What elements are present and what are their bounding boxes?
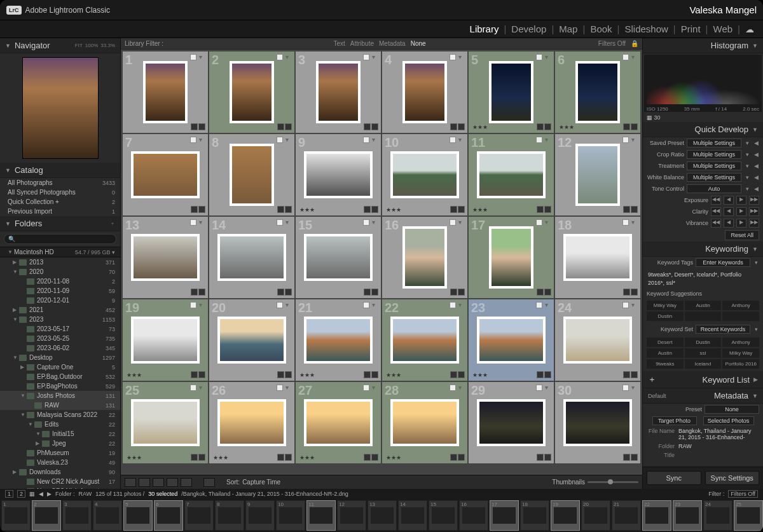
filmstrip-cell[interactable]: 1 xyxy=(1,500,31,531)
badge-icon[interactable] xyxy=(631,206,638,213)
add-icon[interactable]: ＋ xyxy=(110,220,115,227)
folder-item[interactable]: ▶Capture One5 xyxy=(0,362,120,372)
rating-stars[interactable]: ★★★ xyxy=(386,454,401,461)
folder-item[interactable]: ▼Edits22 xyxy=(0,419,120,429)
disclosure-icon[interactable]: ◀ xyxy=(753,163,759,169)
flag-icon[interactable] xyxy=(190,219,196,226)
qd-value[interactable]: Auto xyxy=(687,184,741,193)
disclosure-icon[interactable]: ◀ xyxy=(753,151,759,158)
metadata-value[interactable] xyxy=(678,452,759,458)
module-library[interactable]: Library xyxy=(467,24,502,34)
grid-cell[interactable]: 12▾ xyxy=(555,134,640,215)
flag-icon[interactable] xyxy=(450,302,456,308)
grid-cell[interactable]: 8▾ xyxy=(209,134,294,215)
sync-button[interactable]: Sync xyxy=(647,471,701,485)
rating-stars[interactable]: ★★★ xyxy=(127,454,142,461)
badge-icon[interactable] xyxy=(450,454,457,461)
grid-cell[interactable]: 11▾★★★ xyxy=(469,134,554,215)
badge-icon[interactable] xyxy=(450,123,457,130)
metadata-mode[interactable]: Default xyxy=(648,393,666,399)
filmstrip-cell[interactable]: 22 xyxy=(642,500,671,531)
folder-item[interactable]: ▶Downloads90 xyxy=(0,467,120,477)
grid-cell[interactable]: 3▾ xyxy=(296,51,381,133)
flag-icon[interactable] xyxy=(536,54,542,60)
folder-item[interactable]: Valeska.2349 xyxy=(0,458,120,467)
grid-cell[interactable]: 6▾★★★ xyxy=(555,51,640,133)
badge-icon[interactable] xyxy=(364,206,371,213)
grid-cell[interactable]: 24▾ xyxy=(555,299,640,381)
cell-menu-icon[interactable]: ▾ xyxy=(285,219,292,226)
cell-menu-icon[interactable]: ▾ xyxy=(199,54,205,60)
badge-icon[interactable] xyxy=(544,454,551,461)
cell-menu-icon[interactable]: ▾ xyxy=(631,219,638,226)
dropdown-icon[interactable]: ▾ xyxy=(744,163,750,169)
stepper-plus[interactable]: ▶ xyxy=(736,219,746,228)
filmstrip-cell[interactable]: 4 xyxy=(93,500,122,531)
badge-icon[interactable] xyxy=(544,289,551,296)
keyword-set-item[interactable]: Dustin xyxy=(685,338,722,347)
flag-icon[interactable] xyxy=(536,219,542,226)
folder-item[interactable]: ▼Initial1522 xyxy=(0,429,120,439)
metadata-header[interactable]: Default Metadata ▼ xyxy=(643,388,763,404)
folder-item[interactable]: ▶2013371 xyxy=(0,257,120,267)
grid-cell[interactable]: 9▾★★★ xyxy=(296,134,381,215)
filter-tab-attribute[interactable]: Attribute xyxy=(350,40,374,47)
cell-menu-icon[interactable]: ▾ xyxy=(631,137,638,143)
nav-fit[interactable]: FIT xyxy=(75,43,83,48)
cell-menu-icon[interactable]: ▾ xyxy=(545,54,551,60)
filmstrip-cell[interactable]: 16 xyxy=(459,500,488,531)
folder-item[interactable]: 2023-06-02345 xyxy=(0,343,120,353)
stepper-plus-2[interactable]: ▶▶ xyxy=(749,219,759,228)
flag-icon[interactable] xyxy=(277,137,283,143)
badge-icon[interactable] xyxy=(364,371,371,378)
badge-icon[interactable] xyxy=(371,371,378,378)
badge-icon[interactable] xyxy=(198,206,205,213)
second-window-2-button[interactable]: 2 xyxy=(17,490,25,498)
metadata-preset[interactable]: None xyxy=(705,405,759,414)
keyword-set-item[interactable]: ssl xyxy=(685,348,722,358)
badge-icon[interactable] xyxy=(191,289,198,296)
folder-item[interactable]: ▼202070 xyxy=(0,267,120,276)
badge-icon[interactable] xyxy=(537,371,544,378)
grid-cell[interactable]: 23▾★★★ xyxy=(469,299,554,381)
rating-stars[interactable]: ★★★ xyxy=(127,372,142,378)
sort-value[interactable]: Capture Time xyxy=(242,479,280,486)
flag-icon[interactable] xyxy=(536,137,542,143)
filter-tab-none[interactable]: None xyxy=(411,40,426,47)
filmstrip-cell[interactable]: 21 xyxy=(612,500,641,531)
navigator-preview[interactable] xyxy=(0,53,120,163)
folder-item[interactable]: EP.Bag.Outdoor532 xyxy=(0,372,120,381)
keyword-set-mode[interactable]: Recent Keywords xyxy=(696,325,750,334)
keyword-set-item[interactable]: Desert xyxy=(647,338,684,347)
badge-icon[interactable] xyxy=(277,454,284,461)
dropdown-icon[interactable]: ▾ xyxy=(744,151,750,158)
keyword-suggestion[interactable] xyxy=(685,311,722,321)
cell-menu-icon[interactable]: ▾ xyxy=(545,385,551,391)
target-photo-button[interactable]: Target Photo xyxy=(652,416,697,425)
badge-icon[interactable] xyxy=(631,123,638,130)
badge-icon[interactable] xyxy=(371,289,378,296)
folder-search-input[interactable]: 🔍 xyxy=(4,234,116,244)
keyword-suggestion[interactable]: Anthony xyxy=(722,301,759,310)
badge-icon[interactable] xyxy=(544,206,551,213)
badge-icon[interactable] xyxy=(285,289,292,296)
filmstrip-cell[interactable]: 6 xyxy=(154,500,183,531)
cell-menu-icon[interactable]: ▾ xyxy=(631,54,638,60)
flag-icon[interactable] xyxy=(450,385,456,391)
stepper-plus[interactable]: ▶ xyxy=(736,207,746,216)
keyword-suggestion[interactable] xyxy=(722,311,759,321)
keyword-set-item[interactable]: Anthony xyxy=(722,338,759,347)
filmstrip-cell[interactable]: 24 xyxy=(703,500,732,531)
grid-cell[interactable]: 13▾ xyxy=(123,217,208,298)
grid-cell[interactable]: 27▾★★★ xyxy=(296,382,381,463)
folder-item[interactable]: RAW131 xyxy=(0,400,120,410)
stepper-minus[interactable]: ◀ xyxy=(724,196,734,205)
cloud-sync-icon[interactable]: ☁ xyxy=(743,24,757,34)
badge-icon[interactable] xyxy=(198,289,205,296)
volume-header[interactable]: ▼Macintosh HD54.7 / 995 GB ▾ xyxy=(0,247,120,257)
badge-icon[interactable] xyxy=(631,289,638,296)
flag-icon[interactable] xyxy=(450,54,456,60)
catalog-item[interactable]: Previous Import1 xyxy=(0,207,120,216)
rating-stars[interactable]: ★★★ xyxy=(299,454,315,461)
cell-menu-icon[interactable]: ▾ xyxy=(458,302,465,308)
